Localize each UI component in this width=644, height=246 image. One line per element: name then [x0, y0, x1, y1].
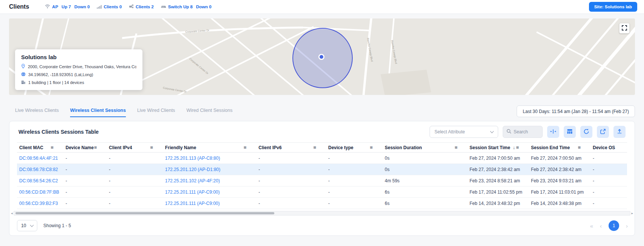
session-end-cell: Feb 27, 2024 2:38:42 am: [529, 167, 590, 172]
fullscreen-icon: [622, 25, 627, 32]
select-attribute-dropdown[interactable]: Select Attribute: [430, 126, 498, 138]
column-menu-icon[interactable]: ≡: [50, 145, 54, 150]
scroll-right-icon[interactable]: ▸: [631, 212, 633, 215]
fit-columns-button[interactable]: [547, 126, 559, 138]
column-menu-icon[interactable]: ≡: [454, 145, 457, 150]
tab-wired-client-sessions[interactable]: Wired Client Sessions: [187, 108, 233, 117]
friendly-name-link[interactable]: 172.25.201.120 (AP-D1:80): [163, 167, 256, 172]
site-map[interactable]: Corporate Center Dr Corporate Center Dr …: [9, 18, 635, 95]
friendly-name-link[interactable]: 172.25.201.102 (AP-4F:20): [163, 178, 256, 183]
table-row[interactable]: DC:08:56:4A:4F:21 - - 172.25.201.113 (AP…: [17, 153, 627, 164]
select-attribute-placeholder: Select Attribute: [434, 129, 465, 134]
wireless-clients-count: Clients 0: [104, 5, 122, 9]
session-start-cell: Feb 27, 2024 2:38:42 am: [467, 167, 529, 172]
column-header-client-mac[interactable]: Client MAC≡: [17, 145, 63, 150]
signal-bars-icon: [97, 3, 102, 10]
session-start-cell: Feb 27, 2024 7:00:50 am: [467, 156, 529, 161]
column-menu-icon[interactable]: ≡: [370, 145, 373, 150]
ap-down-count: Down 0: [74, 5, 90, 9]
tab-live-wireless-clients[interactable]: Live Wireless Clients: [15, 108, 59, 117]
client-mac-link[interactable]: DC:08:56:4A:4F:21: [17, 156, 63, 161]
column-header-client-ipv6[interactable]: Client IPv6≡: [256, 145, 326, 150]
column-header-session-duration[interactable]: Session Duration≡: [382, 145, 467, 150]
tab-live-wired-clients[interactable]: Live Wired Clients: [137, 108, 175, 117]
ap-label: AP: [52, 5, 58, 9]
column-menu-icon[interactable]: ≡: [516, 145, 519, 150]
site-coordinates: 34.196962, -118.923051 (Lat,Long): [28, 72, 93, 77]
wired-clients-count: Clients 2: [136, 5, 154, 9]
client-mac-link[interactable]: DC:08:56:78:C8:82: [17, 167, 63, 172]
table-row[interactable]: 00:56:CD:D8:7F:BB - - 172.25.201.111 (AP…: [17, 186, 627, 198]
column-menu-icon[interactable]: ≡: [578, 145, 581, 150]
device-type-cell: -: [326, 178, 382, 183]
friendly-name-link[interactable]: 172.25.201.111 (AP-C9:00): [163, 189, 256, 195]
column-header-session-start-time[interactable]: Session Start Time↓≡: [467, 145, 529, 150]
column-menu-icon[interactable]: ≡: [94, 145, 97, 150]
refresh-button[interactable]: [580, 126, 592, 138]
refresh-icon: [583, 128, 589, 136]
column-header-device-os[interactable]: Device OS: [590, 145, 627, 150]
prev-page-button[interactable]: ‹: [600, 223, 602, 229]
chevron-down-icon: [490, 130, 494, 133]
column-header-session-end-time[interactable]: Session End Time≡: [529, 145, 590, 150]
column-header-device-type[interactable]: Device type≡: [326, 145, 382, 150]
column-menu-icon[interactable]: ≡: [150, 145, 153, 150]
client-mac-link[interactable]: DC:08:56:54:26:C2: [17, 178, 63, 183]
next-page-button[interactable]: ›: [626, 223, 628, 229]
scroll-left-icon[interactable]: ◂: [11, 212, 13, 215]
column-header-device-name[interactable]: Device Name≡: [63, 145, 107, 150]
device-os-cell: -: [590, 167, 627, 172]
table-search[interactable]: [503, 126, 543, 138]
client-ipv4-cell: -: [107, 201, 163, 206]
device-name-cell: -: [63, 167, 107, 172]
ap-up-count: Up 7: [61, 5, 71, 9]
wireless-clients-status[interactable]: Clients 0: [97, 3, 122, 10]
client-mac-link[interactable]: 00:56:CD:39:B2:F3: [17, 201, 63, 206]
first-page-button[interactable]: «: [590, 223, 593, 229]
column-menu-icon[interactable]: ≡: [313, 145, 316, 150]
client-ipv4-cell: -: [107, 178, 163, 183]
ap-status[interactable]: AP Up 7 Down 0: [45, 3, 90, 10]
search-input[interactable]: [514, 129, 538, 134]
sort-descending-icon[interactable]: ↓: [513, 145, 515, 150]
site-info-card: Solutions lab 2000, Corporate Center Dri…: [15, 49, 142, 90]
page-size-select[interactable]: 10: [17, 220, 37, 231]
pagination: « ‹ 1 ›: [590, 220, 628, 231]
switch-up-count: Switch Up 8: [168, 5, 193, 9]
client-ipv6-cell: -: [256, 189, 326, 195]
columns-button[interactable]: [564, 126, 576, 138]
open-external-button[interactable]: [597, 126, 609, 138]
export-button[interactable]: [613, 126, 626, 138]
session-start-cell: Feb 23, 2024 8:58:21 am: [467, 178, 529, 183]
tab-wireless-client-sessions[interactable]: Wireless Client Sessions: [70, 108, 126, 117]
session-duration-cell: 6s: [382, 189, 467, 195]
table-row[interactable]: DC:08:56:54:26:C2 - - 172.25.201.102 (AP…: [17, 175, 627, 186]
session-duration-cell: 0s: [382, 156, 467, 161]
date-range-selector[interactable]: Last 30 Days: 11:54 am (Jan 28) - 11:54 …: [517, 105, 635, 117]
column-menu-icon[interactable]: ≡: [243, 145, 246, 150]
site-marker-dot[interactable]: [318, 54, 324, 60]
location-pin-icon: [21, 64, 25, 69]
table-row[interactable]: DC:08:56:78:C8:82 - - 172.25.201.120 (AP…: [17, 164, 627, 175]
wired-clients-status[interactable]: Clients 2: [129, 3, 154, 10]
current-page-button[interactable]: 1: [609, 220, 619, 231]
switch-icon: [161, 3, 166, 10]
device-name-cell: -: [63, 156, 107, 161]
column-header-client-ipv4[interactable]: Client IPv4≡: [107, 145, 163, 150]
friendly-name-link[interactable]: 172.25.201.111 (AP-C9:00): [163, 201, 256, 206]
scrollbar-track[interactable]: [14, 211, 631, 215]
friendly-name-link[interactable]: 172.25.201.113 (AP-C8:80): [163, 156, 256, 161]
device-type-cell: -: [326, 156, 382, 161]
table-toolbar: Select Attribute: [430, 126, 626, 138]
client-mac-link[interactable]: 00:56:CD:D8:7F:BB: [17, 189, 63, 195]
session-start-cell: Feb 17, 2024 11:02:55 pm: [467, 189, 529, 195]
horizontal-scrollbar[interactable]: ◂ ▸: [11, 210, 633, 216]
table-row[interactable]: 00:56:CD:39:B2:F3 - - 172.25.201.111 (AP…: [17, 198, 627, 209]
switch-status[interactable]: Switch Up 8 Down 0: [161, 3, 211, 10]
column-header-friendly-name[interactable]: Friendly Name≡: [163, 145, 256, 150]
scrollbar-thumb[interactable]: [15, 212, 274, 214]
site-coverage-circle[interactable]: [292, 28, 353, 88]
map-fullscreen-button[interactable]: [619, 23, 630, 34]
fit-columns-icon: [550, 128, 556, 136]
site-selector-button[interactable]: Site: Solutions lab: [589, 2, 637, 12]
